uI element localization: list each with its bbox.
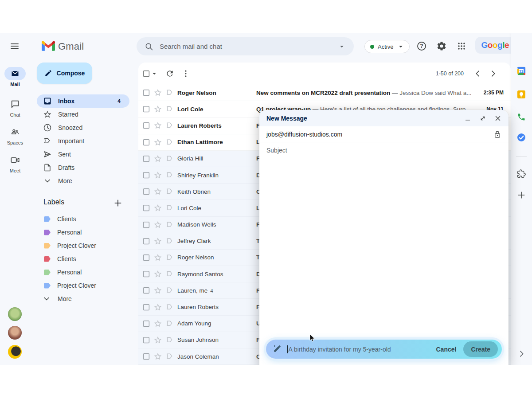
row-checkbox[interactable] xyxy=(142,155,150,163)
rail-item-chat[interactable]: Chat xyxy=(0,98,30,117)
row-checkbox[interactable] xyxy=(142,89,150,97)
sidebar-item-snoozed[interactable]: Snoozed xyxy=(30,121,138,134)
star-icon[interactable] xyxy=(153,220,162,229)
sidebar-item-important[interactable]: Important xyxy=(30,134,138,148)
keep-icon[interactable] xyxy=(517,90,526,99)
label-item-clients[interactable]: Clients xyxy=(30,212,138,226)
important-marker-icon[interactable] xyxy=(165,88,174,97)
label-item-project-clover[interactable]: Project Clover xyxy=(30,279,138,292)
important-marker-icon[interactable] xyxy=(165,171,174,180)
row-checkbox[interactable] xyxy=(142,121,150,129)
important-marker-icon[interactable] xyxy=(165,270,174,278)
row-checkbox[interactable] xyxy=(142,138,150,146)
email-row[interactable]: Roger Nelson New comments on MCR2022 dra… xyxy=(138,85,511,101)
select-caret-icon[interactable] xyxy=(150,70,158,78)
settings-gear-icon[interactable] xyxy=(436,41,447,51)
rail-item-meet[interactable]: Meet xyxy=(0,153,30,173)
important-marker-icon[interactable] xyxy=(165,286,174,295)
star-icon[interactable] xyxy=(153,187,162,196)
sidebar-item-inbox[interactable]: Inbox4 xyxy=(37,94,129,108)
label-item-personal[interactable]: Personal xyxy=(30,266,138,279)
label-item-clients[interactable]: Clients xyxy=(30,252,138,266)
important-marker-icon[interactable] xyxy=(165,138,174,147)
row-checkbox[interactable] xyxy=(142,254,150,262)
close-icon[interactable] xyxy=(493,114,502,123)
compose-header[interactable]: New Message xyxy=(259,110,509,126)
star-icon[interactable] xyxy=(153,121,162,130)
star-icon[interactable] xyxy=(153,319,162,328)
search-options-caret-icon[interactable] xyxy=(338,43,346,51)
subject-field[interactable]: Subject xyxy=(259,142,509,158)
star-icon[interactable] xyxy=(153,138,162,147)
sidebar-item-drafts[interactable]: Drafts xyxy=(30,161,138,174)
chat-contact-avatar[interactable] xyxy=(8,345,22,359)
labels-more[interactable]: More xyxy=(30,292,138,305)
create-label-plus-icon[interactable] xyxy=(113,199,122,207)
star-icon[interactable] xyxy=(153,336,162,344)
newer-page-chevron-icon[interactable] xyxy=(473,68,483,79)
important-marker-icon[interactable] xyxy=(165,336,174,344)
important-marker-icon[interactable] xyxy=(165,319,174,328)
row-checkbox[interactable] xyxy=(142,286,150,294)
sidebar-item-more[interactable]: More xyxy=(30,174,138,188)
voice-icon[interactable] xyxy=(517,113,526,121)
row-checkbox[interactable] xyxy=(142,352,150,360)
star-icon[interactable] xyxy=(153,203,162,212)
recipients-field[interactable]: jobs@diffusion-studios.com xyxy=(259,126,509,142)
search-input[interactable]: Search mail and chat xyxy=(160,43,332,50)
row-checkbox[interactable] xyxy=(142,204,150,212)
important-marker-icon[interactable] xyxy=(165,220,174,229)
google-apps-grid-icon[interactable] xyxy=(456,41,467,51)
important-marker-icon[interactable] xyxy=(165,253,174,262)
open-in-full-icon[interactable] xyxy=(478,114,487,123)
gemini-cancel-button[interactable]: Cancel xyxy=(436,346,456,353)
row-checkbox[interactable] xyxy=(142,221,150,229)
chat-contact-avatar[interactable] xyxy=(8,326,22,340)
tasks-icon[interactable] xyxy=(517,133,526,142)
refresh-icon[interactable] xyxy=(165,69,174,78)
addons-icon[interactable] xyxy=(517,169,526,178)
important-marker-icon[interactable] xyxy=(165,121,174,130)
older-page-chevron-icon[interactable] xyxy=(488,68,498,79)
sidebar-item-starred[interactable]: Starred xyxy=(30,108,138,121)
row-checkbox[interactable] xyxy=(142,105,150,113)
compose-button[interactable]: Compose xyxy=(37,63,92,84)
gemini-prompt-input[interactable]: A birthday invitation for my 5-year-old xyxy=(287,345,436,353)
chat-status-selector[interactable]: Active xyxy=(364,40,410,53)
label-item-personal[interactable]: Personal xyxy=(30,226,138,239)
calendar-icon[interactable]: 31 xyxy=(517,66,526,75)
important-marker-icon[interactable] xyxy=(165,203,174,212)
star-icon[interactable] xyxy=(153,352,162,361)
chat-contact-avatar[interactable] xyxy=(8,307,22,321)
important-marker-icon[interactable] xyxy=(165,303,174,312)
important-marker-icon[interactable] xyxy=(165,105,174,113)
show-side-panel-chevron-icon[interactable] xyxy=(517,349,526,358)
star-icon[interactable] xyxy=(153,237,162,246)
important-marker-icon[interactable] xyxy=(165,154,174,163)
rail-item-spaces[interactable]: Spaces xyxy=(0,125,30,145)
important-marker-icon[interactable] xyxy=(165,237,174,246)
search-bar[interactable]: Search mail and chat xyxy=(137,37,354,55)
important-marker-icon[interactable] xyxy=(165,352,174,361)
row-checkbox[interactable] xyxy=(142,320,150,328)
select-all-checkbox[interactable] xyxy=(142,70,150,78)
more-options-icon[interactable] xyxy=(181,69,190,78)
row-checkbox[interactable] xyxy=(142,237,150,245)
star-icon[interactable] xyxy=(153,270,162,278)
star-icon[interactable] xyxy=(153,286,162,295)
add-icon[interactable] xyxy=(517,191,526,200)
star-icon[interactable] xyxy=(153,105,162,113)
star-icon[interactable] xyxy=(153,303,162,312)
row-checkbox[interactable] xyxy=(142,270,150,278)
star-icon[interactable] xyxy=(153,154,162,163)
important-marker-icon[interactable] xyxy=(165,187,174,196)
row-checkbox[interactable] xyxy=(142,188,150,196)
rail-item-mail[interactable]: Mail xyxy=(0,67,30,87)
row-checkbox[interactable] xyxy=(142,171,150,179)
minimize-icon[interactable] xyxy=(463,114,472,123)
star-icon[interactable] xyxy=(153,88,162,97)
star-icon[interactable] xyxy=(153,253,162,262)
row-checkbox[interactable] xyxy=(142,303,150,311)
message-body[interactable] xyxy=(259,158,509,344)
help-icon[interactable]: ? xyxy=(416,41,427,51)
